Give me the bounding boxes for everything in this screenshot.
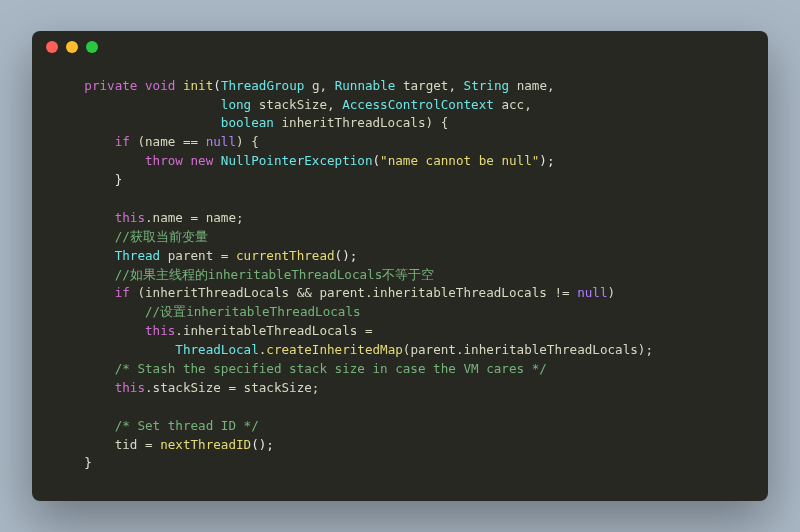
comment: /* Set thread ID */	[115, 418, 259, 433]
maximize-icon[interactable]	[86, 41, 98, 53]
punct: (	[213, 78, 221, 93]
method-call: createInheritedMap	[266, 342, 402, 357]
type: boolean	[221, 115, 274, 130]
punct: (	[373, 153, 381, 168]
expr: ) {	[236, 134, 259, 149]
keyword: private	[84, 78, 137, 93]
titlebar	[32, 31, 768, 63]
method-name: init	[183, 78, 213, 93]
expr: (inheritThreadLocals && parent.inheritab…	[130, 285, 577, 300]
type: ThreadLocal	[175, 342, 258, 357]
keyword: throw	[145, 153, 183, 168]
stmt: tid =	[115, 437, 161, 452]
keyword: void	[145, 78, 175, 93]
type: Runnable	[335, 78, 396, 93]
this: this	[115, 210, 145, 225]
null: null	[206, 134, 236, 149]
string: "name cannot be null"	[380, 153, 539, 168]
keyword: if	[115, 134, 130, 149]
param: inheritThreadLocals) {	[274, 115, 448, 130]
punct: );	[539, 153, 554, 168]
brace: }	[84, 455, 92, 470]
param: g,	[304, 78, 334, 93]
minimize-icon[interactable]	[66, 41, 78, 53]
type: Thread	[115, 248, 161, 263]
stmt: .inheritableThreadLocals =	[175, 323, 372, 338]
stmt: .stackSize = stackSize;	[145, 380, 319, 395]
this: this	[115, 380, 145, 395]
punct: ();	[251, 437, 274, 452]
comment: //设置inheritableThreadLocals	[145, 304, 361, 319]
stmt: parent =	[160, 248, 236, 263]
keyword: if	[115, 285, 130, 300]
comment: //如果主线程的inheritableThreadLocals不等于空	[115, 267, 435, 282]
comment: /* Stash the specified stack size in cas…	[115, 361, 547, 376]
method-call: nextThreadID	[160, 437, 251, 452]
close-icon[interactable]	[46, 41, 58, 53]
args: (parent.inheritableThreadLocals);	[403, 342, 653, 357]
null: null	[577, 285, 607, 300]
code-block: private void init(ThreadGroup g, Runnabl…	[32, 63, 768, 502]
code-window: private void init(ThreadGroup g, Runnabl…	[32, 31, 768, 502]
expr: )	[608, 285, 616, 300]
type: String	[464, 78, 510, 93]
stmt: .name = name;	[145, 210, 244, 225]
expr: (name ==	[130, 134, 206, 149]
this: this	[145, 323, 175, 338]
type: AccessControlContext	[342, 97, 494, 112]
type: ThreadGroup	[221, 78, 304, 93]
param: stackSize,	[251, 97, 342, 112]
punct: ();	[335, 248, 358, 263]
param: acc,	[494, 97, 532, 112]
keyword: new	[191, 153, 214, 168]
param: target,	[395, 78, 463, 93]
brace: }	[115, 172, 123, 187]
param: name,	[509, 78, 555, 93]
comment: //获取当前变量	[115, 229, 208, 244]
method-call: currentThread	[236, 248, 335, 263]
type: long	[221, 97, 251, 112]
type: NullPointerException	[221, 153, 373, 168]
